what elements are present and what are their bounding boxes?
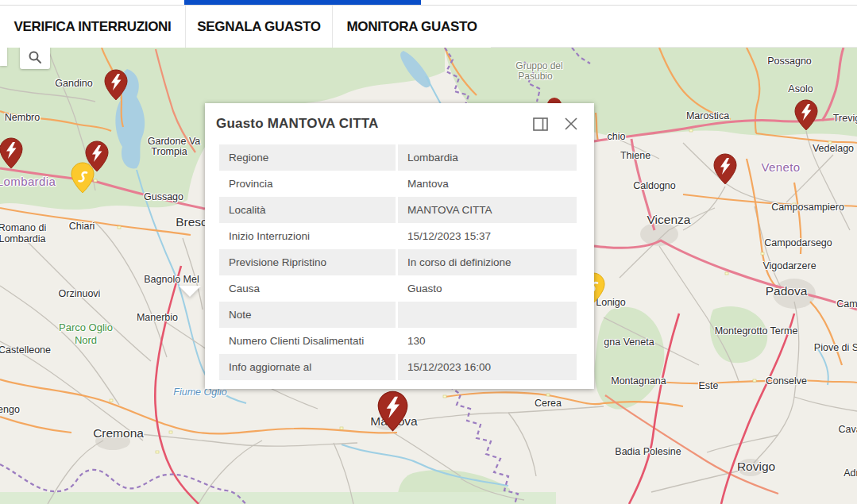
row-label: Inizio Interruzioni — [219, 223, 396, 249]
fault-pin[interactable] — [794, 99, 818, 134]
popup-row-regione: RegioneLombardia — [219, 144, 577, 171]
row-label: Provincia — [219, 171, 396, 197]
row-value: MANTOVA CITTA — [398, 197, 577, 223]
row-label: Note — [219, 302, 396, 328]
map-label-badia-polesine: Badia Polesine — [615, 446, 681, 457]
outage-popup: Guasto MANTOVA CITTA RegioneLombardiaPro… — [205, 103, 594, 389]
map-label-rovigo: Rovigo — [737, 460, 775, 474]
map-label-chio: chio — [608, 131, 626, 142]
row-value — [398, 302, 577, 328]
app-window: VERIFICA INTERRUZIONISEGNALA GUASTOMONIT… — [0, 0, 857, 504]
maintenance-pin[interactable] — [71, 162, 95, 197]
row-value: 130 — [398, 328, 577, 354]
row-value: In corso di definizione — [398, 249, 577, 275]
map-label-vicenza: Vicenza — [647, 213, 691, 227]
dock-right-icon[interactable] — [531, 115, 549, 133]
map-label-parco-oglio: Parco Oglio — [59, 321, 113, 333]
map-label-camp: Camp — [836, 298, 857, 310]
top-navigation-bar: VERIFICA INTERRUZIONISEGNALA GUASTOMONIT… — [0, 0, 857, 48]
row-label: Regione — [219, 144, 396, 171]
map-label-asolo: Asolo — [788, 83, 813, 94]
map-label-nord: Nord — [75, 334, 97, 346]
popup-pointer — [179, 286, 201, 297]
map-label-gandino: Gandino — [55, 78, 92, 89]
map-label-conselve: Conselve — [766, 375, 807, 387]
map-label-caldogno: Caldogno — [633, 180, 676, 191]
map-label-montegrotto-terme: Montegrotto Terme — [715, 325, 798, 337]
popup-row-previsione-ripristino: Previsione RipristinoIn corso di definiz… — [219, 249, 577, 275]
popup-row-inizio-interruzioni: Inizio Interruzioni15/12/2023 15:37 — [219, 223, 577, 249]
tab-verifica-interruzioni[interactable]: VERIFICA INTERRUZIONI — [0, 6, 185, 48]
tab-monitora-guasto[interactable]: MONITORA GUASTO — [332, 6, 491, 48]
map-label-vedelago: Vedelago — [813, 143, 854, 154]
map-label-padova: Padova — [766, 284, 808, 298]
popup-title: Guasto MANTOVA CITTA — [216, 116, 518, 132]
map-label-romano-di: Romano di — [0, 222, 46, 233]
map-label-gardone-va: Gardone Va — [148, 136, 200, 147]
row-label: Numero Clienti Disalimentati — [219, 328, 396, 354]
map-label-adr: Adr — [843, 467, 857, 479]
map-label-piove-di-s: Piove di S — [814, 342, 857, 353]
row-value: 15/12/2023 16:00 — [398, 354, 577, 380]
row-value: 15/12/2023 15:37 — [398, 223, 577, 249]
map-label-thiene: Thiene — [620, 150, 650, 161]
map-label-possagno: Possagno — [767, 56, 812, 67]
tab-bar: VERIFICA INTERRUZIONISEGNALA GUASTOMONIT… — [0, 6, 491, 48]
popup-row-causa: CausaGuasto — [219, 275, 577, 302]
row-label: Causa — [219, 275, 396, 302]
map-label-veneto: Veneto — [761, 160, 800, 174]
search-button[interactable] — [20, 48, 50, 69]
popup-row-note: Note — [219, 302, 577, 328]
map-label-trevig: Trevig — [833, 113, 857, 124]
map-label-trompia: Trompia — [151, 146, 187, 157]
map-label-cava: Cava — [838, 424, 857, 435]
map-label-marostica: Marostica — [686, 110, 729, 121]
map-label-lombardia: Lombardia — [0, 175, 56, 188]
search-icon — [27, 49, 43, 65]
map-label-orzinuovi: Orzinuovi — [59, 288, 101, 299]
row-value: Mantova — [398, 171, 577, 197]
fault-pin[interactable] — [104, 69, 128, 104]
tab-segnala-guasto[interactable]: SEGNALA GUASTO — [185, 6, 332, 48]
map-label-castelleone: Castelleone — [0, 344, 51, 356]
map-label-gussago: Gussago — [144, 191, 183, 202]
map-label-manerbio: Manerbio — [137, 312, 178, 323]
map-label-cerea: Cerea — [535, 398, 562, 409]
map-label-cremona: Cremona — [93, 426, 144, 441]
active-tab-indicator — [184, 0, 421, 5]
popup-row-località: LocalitàMANTOVA CITTA — [219, 197, 577, 223]
row-label: Info aggiornate al — [219, 354, 396, 380]
map-label-pasubio: Pasubio — [518, 71, 552, 82]
fault-pin[interactable] — [713, 153, 737, 188]
popup-row-info-aggiornate-al: Info aggiornate al15/12/2023 16:00 — [219, 354, 577, 380]
popup-details-table: RegioneLombardiaProvinciaMantovaLocalità… — [219, 144, 577, 380]
map-label-campodarsego: Campodarsego — [764, 237, 832, 248]
map-label-gna-veneta: gna Veneta — [604, 337, 654, 348]
row-value: Lombardia — [398, 144, 577, 171]
map-label-chiari: Chiari — [69, 221, 95, 232]
map-label-engo: engo — [0, 404, 20, 415]
map-label-nembro: Nembro — [5, 112, 40, 123]
popup-row-provincia: ProvinciaMantova — [219, 171, 577, 197]
map-control-partial[interactable] — [0, 48, 7, 66]
close-icon[interactable] — [562, 115, 580, 133]
row-value: Guasto — [398, 275, 577, 302]
map-label-lombardia: Lombardia — [0, 233, 46, 244]
fault-pin-mantova[interactable] — [377, 391, 408, 435]
popup-header: Guasto MANTOVA CITTA — [205, 103, 594, 144]
map-label-gruppo-del: Gruppo del — [515, 60, 562, 71]
map-label-montagnana: Montagnana — [611, 375, 666, 387]
map-label-vigodarzere: Vigodarzere — [762, 260, 816, 271]
popup-row-numero-clienti-disalimentati: Numero Clienti Disalimentati130 — [219, 328, 577, 354]
row-label: Previsione Ripristino — [219, 249, 396, 275]
map-label-este: Este — [698, 380, 718, 391]
row-label: Località — [219, 197, 396, 223]
map-label-camposampiero: Camposampiero — [771, 202, 844, 213]
fault-pin[interactable] — [0, 137, 23, 172]
map-label-bagnolo-mel: Bagnolo Mel — [144, 274, 199, 285]
